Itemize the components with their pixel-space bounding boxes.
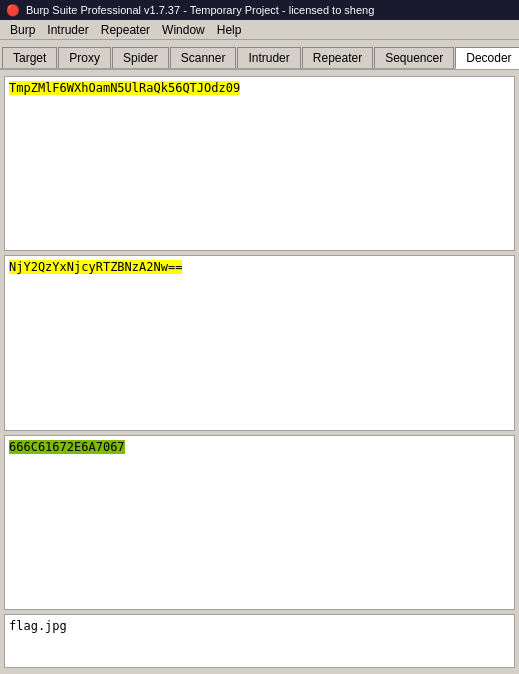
tab-target[interactable]: Target [2,47,57,68]
panel-3-highlight: 666C61672E6A7067 [9,440,125,454]
tab-decoder[interactable]: Decoder [455,47,519,69]
title-bar: 🔴 Burp Suite Professional v1.7.37 - Temp… [0,0,519,20]
main-content: TmpZMlF6WXhOamN5UlRaQk56QTJOdz09 NjY2QzY… [0,70,519,674]
title-text: Burp Suite Professional v1.7.37 - Tempor… [26,4,374,16]
panel-2[interactable]: NjY2QzYxNjcyRTZBNzA2Nw== [4,255,515,430]
tab-scanner[interactable]: Scanner [170,47,237,68]
menu-window[interactable]: Window [156,22,211,38]
app-icon: 🔴 [6,3,20,17]
tab-sequencer[interactable]: Sequencer [374,47,454,68]
menu-bar: Burp Intruder Repeater Window Help [0,20,519,40]
panel-4-text: flag.jpg [9,619,67,633]
tab-intruder[interactable]: Intruder [237,47,300,68]
menu-intruder[interactable]: Intruder [41,22,94,38]
tab-spider[interactable]: Spider [112,47,169,68]
panel-4[interactable]: flag.jpg [4,614,515,668]
tab-bar: Target Proxy Spider Scanner Intruder Rep… [0,40,519,70]
panel-1-highlight: TmpZMlF6WXhOamN5UlRaQk56QTJOdz09 [9,81,240,95]
menu-repeater[interactable]: Repeater [95,22,156,38]
tab-repeater[interactable]: Repeater [302,47,373,68]
tab-proxy[interactable]: Proxy [58,47,111,68]
menu-help[interactable]: Help [211,22,248,38]
panel-2-highlight: NjY2QzYxNjcyRTZBNzA2Nw== [9,260,182,274]
panel-1[interactable]: TmpZMlF6WXhOamN5UlRaQk56QTJOdz09 [4,76,515,251]
menu-burp[interactable]: Burp [4,22,41,38]
panel-3[interactable]: 666C61672E6A7067 [4,435,515,610]
